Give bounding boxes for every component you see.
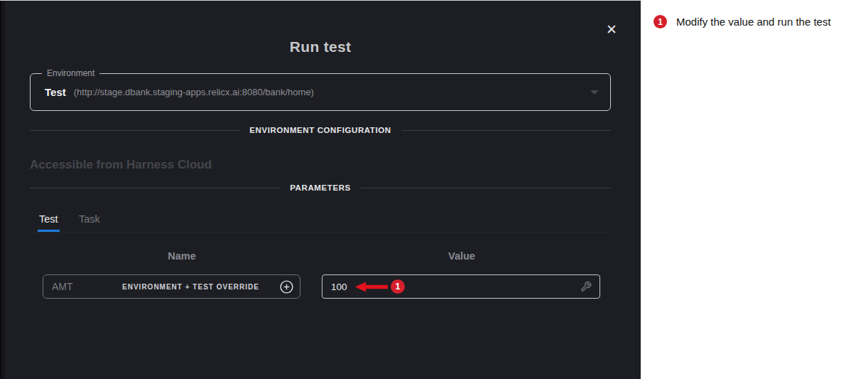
screen: ✕ Run test Environment Test (http://stag…	[0, 0, 868, 379]
annotation-arrow-icon	[355, 282, 388, 292]
parameters-tabs: Test Task	[30, 212, 611, 233]
param-name-input[interactable]	[52, 281, 102, 292]
section-label-parameters: PARAMETERS	[280, 183, 361, 192]
harness-cloud-note: Accessible from Harness Cloud	[30, 158, 212, 172]
tab-task[interactable]: Task	[77, 212, 102, 232]
tab-test[interactable]: Test	[38, 212, 60, 232]
annotation-step-text: Modify the value and run the test	[676, 14, 831, 29]
page-edge-shadow	[1, 1, 5, 379]
annotation-panel: 1 Modify the value and run the test	[641, 0, 868, 379]
param-name-field[interactable]: ENVIRONMENT + TEST OVERRIDE	[43, 274, 300, 299]
close-icon[interactable]: ✕	[603, 21, 620, 38]
chevron-down-icon	[590, 90, 599, 95]
run-test-modal: ✕ Run test Environment Test (http://stag…	[0, 0, 641, 379]
add-parameter-button[interactable]	[280, 280, 293, 294]
annotation-step-badge: 1	[391, 279, 405, 294]
divider-line	[401, 130, 611, 131]
environment-label: Environment	[42, 68, 99, 78]
divider-line	[30, 130, 239, 131]
section-divider-environment-configuration: ENVIRONMENT CONFIGURATION	[30, 125, 611, 135]
param-value-field[interactable]: 1	[322, 274, 600, 299]
annotation-step-badge: 1	[653, 15, 667, 28]
modal-title: Run test	[30, 38, 611, 55]
wrench-icon[interactable]	[580, 281, 592, 292]
column-header-name: Name	[142, 250, 222, 262]
divider-line	[361, 188, 611, 188]
override-badge: ENVIRONMENT + TEST OVERRIDE	[102, 283, 280, 291]
plus-circle-icon	[280, 280, 293, 294]
top-edge-line	[0, 0, 641, 1]
environment-selected-name: Test	[45, 86, 66, 98]
environment-selected-url: (http://stage.dbank.staging-apps.relicx.…	[74, 87, 314, 97]
param-value-input[interactable]	[331, 282, 355, 292]
section-divider-parameters: PARAMETERS	[30, 183, 611, 193]
divider-line	[30, 188, 280, 188]
environment-select[interactable]: Environment Test (http://stage.dbank.sta…	[30, 73, 611, 111]
section-label-environment-configuration: ENVIRONMENT CONFIGURATION	[239, 126, 401, 134]
column-header-value: Value	[422, 250, 501, 262]
